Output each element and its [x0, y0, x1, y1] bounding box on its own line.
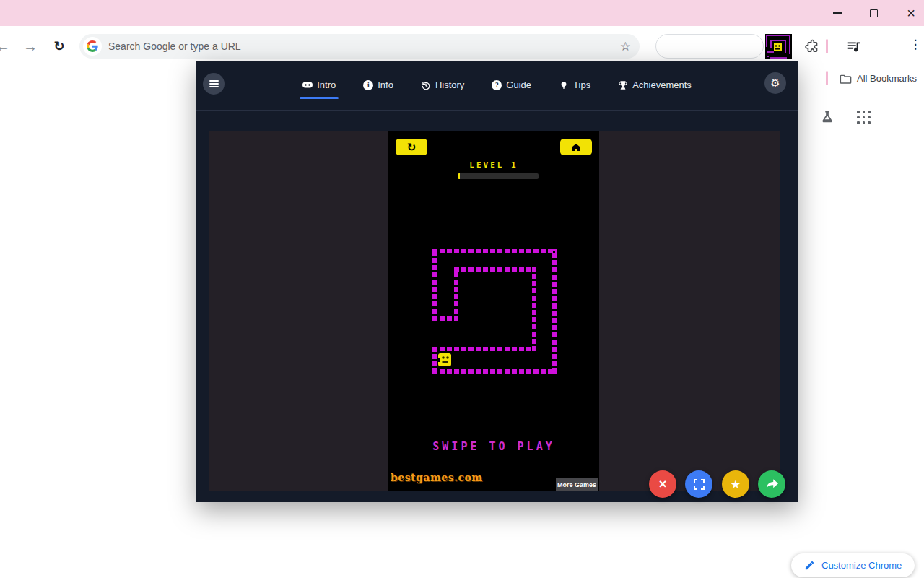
tab-label: Intro: [317, 79, 336, 90]
maze-wall-segment: [432, 249, 557, 253]
labs-flask-icon[interactable]: [819, 109, 835, 125]
minimize-button[interactable]: [821, 0, 854, 26]
window-titlebar: ×: [0, 0, 924, 26]
maze-wall-segment: [552, 249, 557, 374]
game-extension-icon[interactable]: [765, 34, 792, 59]
lightbulb-icon: [559, 80, 569, 90]
settings-gear-button[interactable]: ⚙: [764, 72, 786, 94]
close-popup-button[interactable]: ×: [649, 470, 676, 498]
fullscreen-button[interactable]: [685, 470, 712, 498]
tab-guide[interactable]: ? Guide: [490, 72, 533, 100]
share-arrow-icon: [766, 479, 778, 490]
game-canvas[interactable]: ↻ LEVEL 1 SWIPE TO PLAY bestgames.: [388, 131, 599, 491]
bookmark-star-icon[interactable]: ☆: [620, 39, 631, 54]
customize-chrome-label: Customize Chrome: [821, 560, 902, 571]
maze-wall-segment: [432, 249, 437, 321]
maximize-icon: [870, 9, 878, 17]
tab-label: Info: [378, 79, 393, 90]
toolbar-separator: [826, 39, 828, 53]
home-button[interactable]: [560, 139, 592, 155]
tab-history[interactable]: History: [419, 72, 466, 100]
player-character: [437, 353, 452, 367]
extensions-puzzle-icon[interactable]: [804, 38, 820, 54]
game-frame: ↻ LEVEL 1 SWIPE TO PLAY bestgames.: [209, 131, 780, 491]
brand-watermark: bestgames.com: [391, 472, 483, 483]
maze-wall-segment: [532, 267, 536, 351]
swipe-to-play-label: SWIPE TO PLAY: [388, 440, 599, 453]
close-window-button[interactable]: ×: [894, 0, 924, 26]
reload-icon[interactable]: ↻: [49, 36, 69, 56]
history-icon: [421, 80, 431, 90]
gamepad-icon: [302, 80, 313, 90]
home-icon: [572, 143, 580, 152]
tab-tips[interactable]: Tips: [557, 72, 592, 100]
game-extension-popup: Intro i Info History ? Guide: [196, 61, 798, 502]
pencil-icon: [804, 560, 815, 571]
tab-label: Guide: [506, 79, 531, 90]
maze-wall-segment: [454, 267, 536, 272]
level-label: LEVEL 1: [388, 160, 599, 170]
maximize-button[interactable]: [857, 0, 890, 26]
all-bookmarks-button[interactable]: All Bookmarks: [857, 73, 917, 84]
restart-icon: ↻: [407, 141, 417, 154]
address-bar-placeholder: Search Google or type a URL: [108, 40, 620, 52]
maze-wall-segment: [454, 267, 458, 321]
info-icon: i: [363, 80, 373, 90]
browser-window: × ← → ↻ Search Google or type a URL ☆: [0, 0, 924, 578]
toolbar-search-chip[interactable]: [655, 34, 764, 59]
star-icon: ★: [731, 478, 741, 491]
folder-icon: [839, 72, 853, 86]
tab-label: Achievements: [632, 79, 692, 90]
restart-button[interactable]: ↻: [396, 139, 427, 155]
close-icon: ×: [907, 6, 915, 20]
apps-grid-icon[interactable]: [857, 111, 871, 125]
level-progress-bar: [458, 173, 539, 179]
queue-music-icon[interactable]: [846, 38, 862, 54]
forward-icon[interactable]: →: [20, 36, 40, 56]
tab-label: Tips: [573, 79, 590, 90]
popup-tabs: Intro i Info History ? Guide: [196, 61, 798, 111]
question-icon: ?: [492, 80, 502, 90]
back-icon[interactable]: ←: [0, 36, 13, 56]
bookmarks-separator: [826, 71, 828, 85]
maze-wall-segment: [432, 369, 557, 374]
tab-achievements[interactable]: Achievements: [616, 72, 693, 100]
google-logo-icon: [83, 37, 102, 56]
close-x-icon: ×: [658, 476, 666, 492]
tab-label: History: [435, 79, 464, 90]
progress-fill: [458, 173, 460, 179]
maze-wall-segment: [432, 347, 536, 351]
tab-intro[interactable]: Intro: [301, 72, 337, 100]
tab-info[interactable]: i Info: [362, 72, 395, 100]
address-bar[interactable]: Search Google or type a URL ☆: [79, 34, 640, 59]
popup-navbar: Intro i Info History ? Guide: [196, 61, 798, 111]
gear-icon: ⚙: [770, 77, 780, 90]
fullscreen-icon: [694, 479, 705, 490]
trophy-icon: [618, 80, 628, 90]
favorite-button[interactable]: ★: [722, 470, 749, 498]
customize-chrome-button[interactable]: Customize Chrome: [791, 553, 915, 577]
browser-menu-icon[interactable]: ⋮: [907, 37, 924, 56]
more-games-button[interactable]: More Games: [556, 478, 598, 491]
minimize-icon: [833, 12, 842, 14]
share-button[interactable]: [758, 470, 785, 498]
